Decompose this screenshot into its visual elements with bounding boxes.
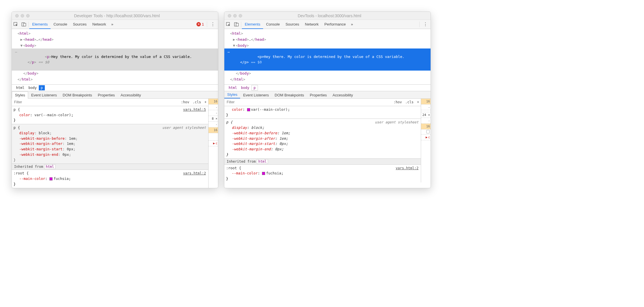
crumb-p[interactable]: p bbox=[251, 85, 258, 91]
rule-source-link[interactable]: vars.html:5 bbox=[183, 107, 206, 112]
inherited-tag[interactable]: html bbox=[257, 159, 268, 164]
minimize-window-icon[interactable] bbox=[233, 14, 237, 18]
close-window-icon[interactable] bbox=[15, 14, 19, 18]
tab-console[interactable]: Console bbox=[263, 20, 283, 29]
css-prop-name[interactable]: color bbox=[19, 113, 30, 117]
crumb-p[interactable]: p bbox=[39, 85, 45, 90]
device-mode-icon[interactable] bbox=[20, 20, 28, 29]
error-count[interactable]: ✕ 1 bbox=[194, 22, 206, 26]
inherited-tag[interactable]: html bbox=[44, 164, 55, 169]
css-rule-p-author[interactable]: vars.html:5 p { color: var(--main-color)… bbox=[12, 106, 208, 124]
subtab-styles[interactable]: Styles bbox=[12, 92, 28, 99]
error-count-value: 1 bbox=[202, 22, 204, 26]
color-swatch-icon[interactable] bbox=[49, 177, 53, 180]
device-mode-icon[interactable] bbox=[232, 20, 240, 29]
subtab-properties[interactable]: Properties bbox=[307, 92, 330, 98]
subtab-event-listeners[interactable]: Event Listeners bbox=[240, 92, 272, 98]
error-badge-icon: ✕ bbox=[196, 22, 201, 26]
dom-body-close[interactable]: </body> bbox=[224, 71, 431, 77]
dom-tree[interactable]: <html> ▶<head>…</head> ▼<body> … <p>Hey … bbox=[12, 29, 218, 84]
tab-console[interactable]: Console bbox=[51, 20, 70, 29]
tab-network[interactable]: Network bbox=[90, 20, 109, 29]
crumb-html[interactable]: html bbox=[227, 85, 239, 90]
css-rule-root[interactable]: vars.html:2 :root { --main-color: fuchsi… bbox=[224, 165, 421, 182]
dollar-zero: == $0 bbox=[249, 60, 262, 64]
settings-kebab-icon[interactable]: ⋮ bbox=[420, 22, 431, 27]
subtab-properties[interactable]: Properties bbox=[95, 92, 118, 98]
dom-p-selected[interactable]: … <p>Hey there. My color is determined b… bbox=[224, 48, 431, 71]
svg-rect-2 bbox=[24, 23, 26, 26]
inspect-icon[interactable] bbox=[12, 20, 20, 29]
hov-toggle[interactable]: :hov bbox=[392, 100, 404, 104]
zoom-window-icon[interactable] bbox=[26, 14, 30, 18]
dom-html-close[interactable]: </html> bbox=[224, 77, 431, 83]
tab-performance[interactable]: Performance bbox=[321, 20, 348, 29]
dom-tree[interactable]: <html> ▶<head>…</head> ▼<body> … <p>Hey … bbox=[224, 29, 431, 84]
dom-html-close[interactable]: </html> bbox=[12, 77, 218, 83]
p-text-content: Hey there. My color is determined by the… bbox=[51, 55, 192, 59]
comp-value: - bbox=[421, 104, 431, 110]
checkbox[interactable] bbox=[426, 130, 430, 133]
inspect-icon[interactable] bbox=[224, 20, 232, 29]
subtab-dom-breakpoints[interactable]: DOM Breakpoints bbox=[272, 92, 307, 98]
dom-html-open[interactable]: <html> bbox=[12, 31, 218, 37]
expand-icon[interactable]: ▶ bbox=[233, 37, 236, 42]
collapse-icon[interactable]: ▼ bbox=[20, 43, 23, 48]
cls-toggle[interactable]: .cls bbox=[404, 100, 415, 104]
close-window-icon[interactable] bbox=[228, 14, 231, 18]
styles-filter-input[interactable] bbox=[12, 99, 179, 106]
tab-sources[interactable]: Sources bbox=[70, 20, 90, 29]
cls-toggle[interactable]: .cls bbox=[191, 100, 203, 104]
add-rule-icon[interactable]: + bbox=[415, 100, 421, 104]
css-rule-p-ua: user agent stylesheet p { display: block… bbox=[224, 119, 421, 158]
collapse-icon[interactable]: ▼ bbox=[233, 43, 236, 48]
main-tabbar: Elements Console Sources Network Perform… bbox=[224, 20, 431, 29]
expand-icon[interactable]: ▶ bbox=[20, 37, 23, 42]
crumb-html[interactable]: html bbox=[14, 85, 26, 90]
hov-toggle[interactable]: :hov bbox=[179, 100, 191, 104]
dom-html-open[interactable]: <html> bbox=[224, 31, 431, 37]
dom-body-open[interactable]: ▼<body> bbox=[12, 43, 218, 49]
color-swatch-icon[interactable] bbox=[262, 172, 265, 175]
rule-source-link[interactable]: vars.html:2 bbox=[183, 171, 206, 176]
color-swatch-icon[interactable] bbox=[247, 108, 250, 111]
add-rule-icon[interactable]: + bbox=[203, 100, 208, 104]
css-rule-root[interactable]: vars.html:2 :root { --main-color: fuchsi… bbox=[12, 170, 208, 188]
subtab-accessibility[interactable]: Accessibility bbox=[118, 92, 144, 98]
zoom-window-icon[interactable] bbox=[239, 14, 242, 18]
comp-value: - bbox=[209, 104, 218, 110]
breadcrumb: html body p bbox=[224, 84, 431, 91]
tab-network[interactable]: Network bbox=[302, 20, 322, 29]
computed-sidebar: 16 - 24 × - 16 ▶c bbox=[421, 99, 431, 182]
comp-value bbox=[421, 110, 431, 112]
tab-elements[interactable]: Elements bbox=[242, 20, 263, 29]
subtab-event-listeners[interactable]: Event Listeners bbox=[28, 92, 60, 98]
tabs-overflow-icon[interactable]: » bbox=[109, 22, 115, 26]
rule-source-link[interactable]: vars.html:2 bbox=[396, 166, 419, 171]
crumb-body[interactable]: body bbox=[239, 85, 251, 90]
window-title: Developer Tools - http://localhost:3000/… bbox=[33, 13, 201, 18]
rule-close: } bbox=[226, 152, 419, 158]
expand-icon[interactable]: ▶c bbox=[209, 141, 218, 146]
dom-head[interactable]: ▶<head>…</head> bbox=[224, 37, 431, 43]
subtab-dom-breakpoints[interactable]: DOM Breakpoints bbox=[60, 92, 95, 98]
crumb-body[interactable]: body bbox=[26, 85, 39, 90]
tabs-overflow-icon[interactable]: » bbox=[349, 22, 355, 26]
dom-p-selected[interactable]: … <p>Hey there. My color is determined b… bbox=[12, 48, 218, 71]
subtab-styles[interactable]: Styles bbox=[224, 91, 240, 98]
styles-filter-input[interactable] bbox=[224, 99, 392, 106]
css-prop-val[interactable]: var(--main-color) bbox=[34, 113, 71, 117]
main-tabbar: Elements Console Sources Network » ✕ 1 ⋮ bbox=[12, 20, 218, 29]
tab-sources[interactable]: Sources bbox=[283, 20, 302, 29]
rule-close: } bbox=[14, 182, 206, 187]
devtools-window-right: DevTools - localhost:3000/vars.html Elem… bbox=[224, 11, 431, 188]
subtab-accessibility[interactable]: Accessibility bbox=[330, 92, 356, 98]
dom-body-open[interactable]: ▼<body> bbox=[224, 43, 431, 49]
settings-kebab-icon[interactable]: ⋮ bbox=[208, 22, 218, 27]
tab-elements[interactable]: Elements bbox=[29, 20, 51, 29]
dom-body-close[interactable]: </body> bbox=[12, 71, 218, 77]
css-rule-p-author[interactable]: color: var(--main-color); } bbox=[224, 106, 421, 119]
dom-head[interactable]: ▶<head>…</head> bbox=[12, 37, 218, 43]
minimize-window-icon[interactable] bbox=[21, 14, 24, 18]
expand-icon[interactable]: ▶c bbox=[421, 135, 431, 140]
